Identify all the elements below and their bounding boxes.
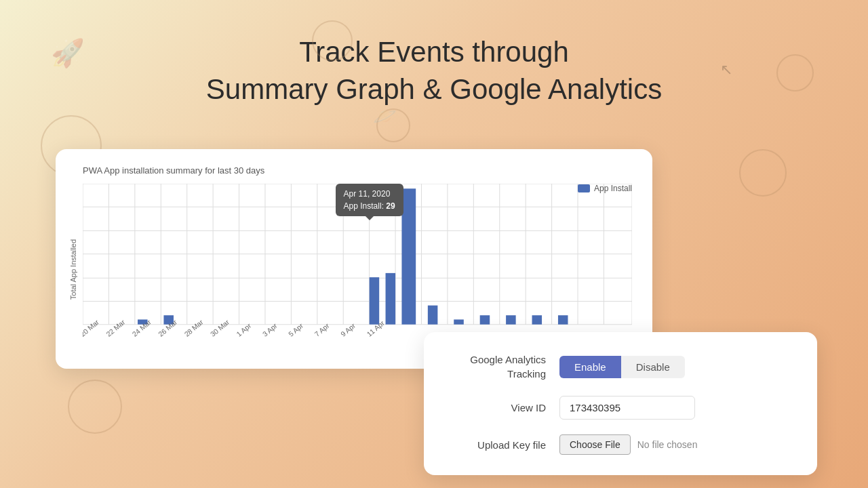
analytics-card: Google Analytics Tracking Enable Disable… bbox=[424, 332, 817, 475]
legend-swatch bbox=[578, 184, 590, 192]
legend-label: App Install bbox=[594, 184, 632, 193]
view-id-input[interactable] bbox=[559, 396, 695, 420]
upload-label: Upload Key file bbox=[451, 438, 559, 452]
page-title-line2: Summary Graph & Google Analytics bbox=[0, 71, 868, 108]
svg-rect-43 bbox=[480, 315, 490, 324]
svg-text:20 Mar: 20 Mar bbox=[83, 318, 100, 338]
svg-rect-39 bbox=[386, 273, 396, 325]
file-input-area: Choose File No file chosen bbox=[559, 434, 697, 455]
svg-text:22 Mar: 22 Mar bbox=[105, 318, 127, 338]
view-id-row: View ID bbox=[451, 396, 790, 420]
view-id-label: View ID bbox=[451, 401, 559, 415]
enable-button[interactable]: Enable bbox=[559, 356, 621, 378]
svg-rect-44 bbox=[506, 315, 516, 324]
chart-svg: 0 5 10 15 20 25 30 bbox=[83, 184, 632, 352]
y-axis-label: Total App Installed bbox=[69, 184, 77, 355]
tracking-label: Google Analytics Tracking bbox=[451, 352, 559, 381]
svg-text:28 Mar: 28 Mar bbox=[183, 318, 205, 338]
chart-legend: App Install bbox=[578, 184, 632, 193]
toggle-group: Enable Disable bbox=[559, 356, 685, 378]
svg-rect-38 bbox=[370, 277, 380, 325]
tracking-row: Google Analytics Tracking Enable Disable bbox=[451, 352, 790, 381]
disable-button[interactable]: Disable bbox=[621, 356, 685, 378]
svg-text:30 Mar: 30 Mar bbox=[209, 318, 231, 338]
choose-file-button[interactable]: Choose File bbox=[559, 434, 631, 455]
svg-rect-41 bbox=[428, 306, 438, 325]
page-title-container: Track Events through Summary Graph & Goo… bbox=[0, 0, 868, 108]
page-title-line1: Track Events through bbox=[0, 34, 868, 71]
svg-rect-40 bbox=[401, 188, 416, 324]
chart-content: App Install Apr 11, 2020 App Install: 29 bbox=[83, 184, 632, 355]
upload-row: Upload Key file Choose File No file chos… bbox=[451, 434, 790, 455]
svg-rect-46 bbox=[558, 315, 568, 324]
svg-rect-42 bbox=[454, 319, 464, 324]
chart-title: PWA App installation summary for last 30… bbox=[83, 165, 632, 176]
svg-rect-45 bbox=[532, 315, 542, 324]
no-file-text: No file chosen bbox=[637, 439, 698, 450]
